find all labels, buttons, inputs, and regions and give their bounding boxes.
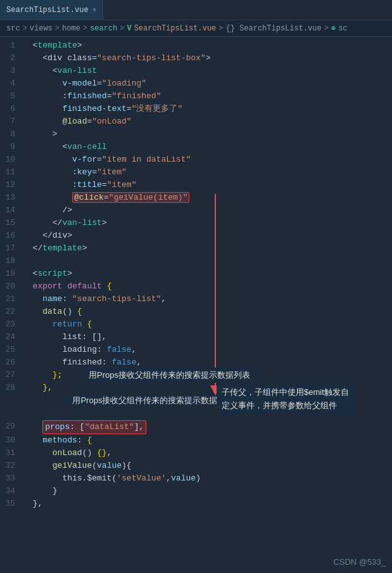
tab-label: SearchTipsList.vue — [6, 6, 89, 15]
breadcrumb-views: views — [30, 24, 53, 33]
line-content: v-model="loading" — [23, 77, 146, 90]
line-number: 4 — [0, 77, 23, 90]
line-number: 11 — [0, 166, 23, 179]
code-line: 12 :title="item" — [0, 179, 392, 191]
line-number: 10 — [0, 153, 23, 166]
line-content: @click="geiValue(item)" — [23, 191, 189, 204]
code-editor: 1 <template> 2 <div class="search-tips-l… — [0, 37, 392, 573]
bc-sep6: > — [324, 24, 329, 33]
line-number: 32 — [0, 460, 23, 472]
line-content: }, 用Props接收父组件传来的搜索提示数据列表 — [23, 382, 237, 420]
line-content: <script> — [23, 267, 72, 280]
line-number: 19 — [0, 267, 23, 280]
line-content: this.$emit('setValue',value) — [23, 472, 201, 485]
code-line: 4 v-model="loading" — [0, 77, 392, 90]
line-content: :key="item" — [23, 166, 127, 179]
line-number: 18 — [0, 255, 23, 267]
line-number: 14 — [0, 204, 23, 217]
line-number: 24 — [0, 331, 23, 344]
code-line: 9 <van-cell — [0, 141, 392, 153]
line-content — [23, 255, 28, 267]
annotation-left-text: 用Props接收父组件传来的搜索提示数据列表 — [84, 368, 255, 383]
code-line: 2 <div class="search-tips-list-box"> — [0, 52, 392, 65]
line-content: <div class="search-tips-list-box"> — [23, 52, 210, 65]
line-number: 13 — [0, 191, 23, 204]
code-line: 34 } — [0, 485, 392, 498]
code-line: 10 v-for="item in dataList" — [0, 153, 392, 166]
line-content: } — [23, 485, 58, 498]
breadcrumb-search: search — [90, 24, 117, 33]
code-line: 13 @click="geiValue(item)" — [0, 191, 392, 204]
breadcrumb-vue-icon: V — [127, 24, 131, 33]
watermark: CSDN @533_ — [333, 557, 386, 567]
line-number: 17 — [0, 242, 23, 255]
tab-item[interactable]: SearchTipsList.vue × — [0, 0, 103, 20]
line-content: return { — [23, 318, 92, 331]
code-line: 26 finished: false, — [0, 356, 392, 369]
code-line: 6 finished-text="没有更多了" — [0, 103, 392, 115]
line-content: geiValue(value){ — [23, 460, 132, 472]
line-number: 3 — [0, 65, 23, 77]
line-content: onLoad() {}, — [23, 447, 111, 460]
tab-bar: SearchTipsList.vue × — [0, 0, 392, 20]
code-line: 14 /> — [0, 204, 392, 217]
code-line: 24 list: [], — [0, 331, 392, 344]
line-content: <van-list — [23, 65, 97, 77]
line-number: 29 — [0, 420, 23, 433]
code-line: 21 name: "search-tips-list", — [0, 293, 392, 306]
line-content: </template> — [23, 242, 87, 255]
line-number: 33 — [0, 472, 23, 485]
line-number: 27 — [0, 369, 23, 382]
line-content: > — [23, 128, 58, 141]
code-line: 1 <template> — [0, 39, 392, 52]
line-number: 35 — [0, 498, 23, 510]
line-content: }; — [23, 369, 62, 382]
line-content: :finished="finished" — [23, 90, 161, 103]
line-number: 30 — [0, 434, 23, 447]
line-number: 20 — [0, 280, 23, 293]
code-line: 19 <script> — [0, 267, 392, 280]
line-content: }, — [23, 498, 42, 510]
line-content: finished: false, — [23, 356, 141, 369]
code-line: 29 props: ["dataList"], — [0, 420, 392, 434]
breadcrumb-sc: sc — [338, 24, 347, 33]
line-number: 22 — [0, 306, 23, 318]
line-number: 1 — [0, 39, 23, 52]
line-content: <template> — [23, 39, 82, 52]
line-number: 12 — [0, 179, 23, 191]
code-line: 32 geiValue(value){ — [0, 460, 392, 472]
breadcrumb-file: SearchTipsList.vue — [134, 24, 217, 33]
line-content: @load="onLoad" — [23, 115, 132, 128]
breadcrumb-src: src — [6, 24, 20, 33]
code-line: 8 > — [0, 128, 392, 141]
line-number: 21 — [0, 293, 23, 306]
line-content: data() { — [23, 306, 82, 318]
bc-sep4: > — [120, 24, 124, 33]
line-number: 5 — [0, 90, 23, 103]
code-line: 20 export default { — [0, 280, 392, 293]
code-line: 7 @load="onLoad" — [0, 115, 392, 128]
breadcrumb-end-icon: ⊕ — [331, 23, 336, 33]
code-line: 22 data() { — [0, 306, 392, 318]
line-content: methods: { — [23, 434, 92, 447]
line-number: 2 — [0, 52, 23, 65]
line-content: v-for="item in dataList" — [23, 153, 191, 166]
code-line: 18 — [0, 255, 392, 267]
code-line: 31 onLoad() {}, — [0, 447, 392, 460]
line-content: </van-list> — [23, 217, 107, 229]
code-lines: 1 <template> 2 <div class="search-tips-l… — [0, 37, 392, 513]
line-content: loading: false, — [23, 344, 136, 356]
code-line: 15 </van-list> — [0, 217, 392, 229]
annotation-right-text: 子传父，子组件中使用$emit触发自 定义事件，并携带参数给父组件 — [217, 384, 354, 415]
code-line: 30 methods: { — [0, 434, 392, 447]
bc-sep1: > — [23, 24, 27, 33]
breadcrumb-scope: {} SearchTipsList.vue — [226, 24, 322, 33]
line-content: finished-text="没有更多了" — [23, 103, 182, 115]
tab-close-button[interactable]: × — [92, 6, 97, 14]
line-content: list: [], — [23, 331, 107, 344]
breadcrumb: src > views > home > search > V SearchTi… — [0, 20, 392, 37]
line-content: :title="item" — [23, 179, 136, 191]
line-number: 25 — [0, 344, 23, 356]
line-number: 9 — [0, 141, 23, 153]
code-line: 3 <van-list — [0, 65, 392, 77]
